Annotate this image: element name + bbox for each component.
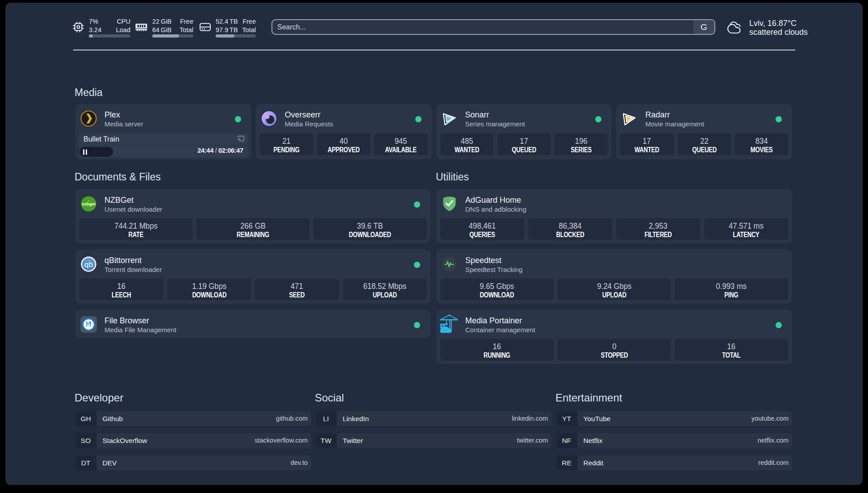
svg-text:nzbget: nzbget	[82, 201, 96, 206]
svg-text:qb: qb	[84, 260, 93, 269]
